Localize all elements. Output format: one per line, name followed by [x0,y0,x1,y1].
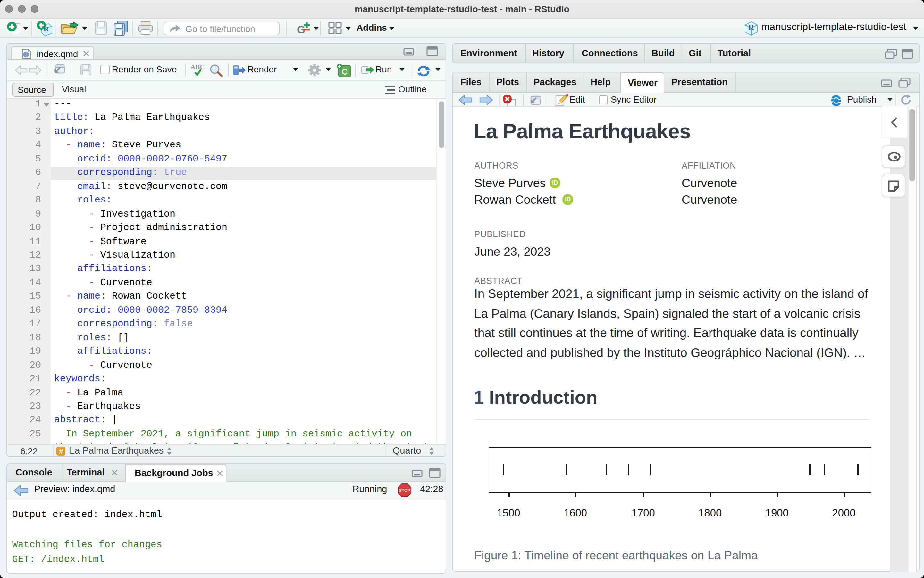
svg-text:ABC: ABC [190,63,205,70]
svg-text:STOP: STOP [399,488,410,493]
svg-text:C: C [342,67,348,76]
svg-text:R: R [748,23,755,32]
